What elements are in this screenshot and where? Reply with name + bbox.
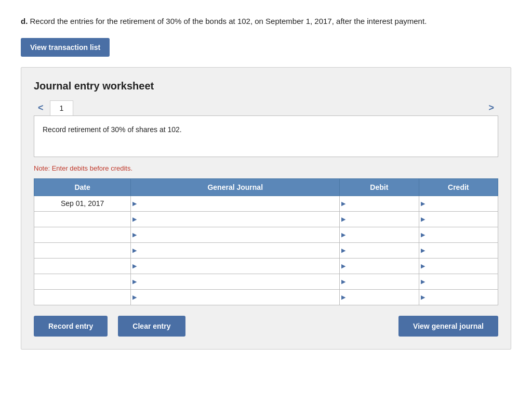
debit-cell[interactable]: ▶ [340, 196, 419, 211]
action-buttons-row: Record entry Clear entry View general jo… [34, 316, 498, 337]
cell-arrow-icon: ▶ [341, 216, 345, 223]
credit-cell[interactable]: ▶ [419, 211, 498, 227]
general-journal-cell[interactable]: ▶ [131, 242, 340, 258]
cell-arrow-icon: ▶ [132, 247, 137, 254]
col-header-debit: Debit [340, 178, 419, 196]
date-cell[interactable] [34, 242, 131, 258]
debit-cell[interactable]: ▶ [340, 289, 419, 305]
view-transaction-list-button[interactable]: View transaction list [21, 38, 110, 57]
table-row: ▶▶▶ [34, 289, 498, 305]
note-text: Note: Enter debits before credits. [34, 164, 498, 172]
credit-cell[interactable]: ▶ [419, 289, 498, 305]
date-cell[interactable] [34, 289, 131, 305]
debit-cell[interactable]: ▶ [340, 211, 419, 227]
worksheet-title: Journal entry worksheet [34, 80, 498, 92]
instruction-label: d. [21, 17, 28, 25]
tab-1[interactable]: 1 [50, 100, 74, 115]
cell-arrow-icon: ▶ [132, 216, 137, 223]
general-journal-cell[interactable]: ▶ [131, 274, 340, 289]
cell-arrow-icon: ▶ [421, 263, 425, 269]
table-row: ▶▶▶ [34, 211, 498, 227]
journal-table: Date General Journal Debit Credit Sep 01… [34, 178, 498, 305]
cell-arrow-icon: ▶ [341, 263, 345, 269]
table-row: ▶▶▶ [34, 258, 498, 274]
tab-navigation: < 1 > [34, 100, 498, 115]
cell-arrow-icon: ▶ [341, 278, 345, 285]
cell-arrow-icon: ▶ [132, 278, 137, 285]
credit-cell[interactable]: ▶ [419, 196, 498, 211]
general-journal-cell[interactable]: ▶ [131, 289, 340, 305]
credit-cell[interactable]: ▶ [419, 242, 498, 258]
date-cell[interactable]: Sep 01, 2017 [34, 196, 131, 211]
view-general-journal-button[interactable]: View general journal [398, 316, 498, 337]
col-header-date: Date [34, 178, 131, 196]
cell-arrow-icon: ▶ [132, 263, 137, 269]
cell-arrow-icon: ▶ [132, 231, 137, 238]
description-text: Record retirement of 30% of shares at 10… [43, 125, 182, 134]
cell-arrow-icon: ▶ [132, 200, 137, 207]
table-row: ▶▶▶ [34, 227, 498, 242]
general-journal-cell[interactable]: ▶ [131, 258, 340, 274]
col-header-general-journal: General Journal [131, 178, 340, 196]
credit-cell[interactable]: ▶ [419, 274, 498, 289]
col-header-credit: Credit [419, 178, 498, 196]
debit-cell[interactable]: ▶ [340, 258, 419, 274]
debit-cell[interactable]: ▶ [340, 227, 419, 242]
cell-arrow-icon: ▶ [421, 294, 425, 301]
credit-cell[interactable]: ▶ [419, 227, 498, 242]
next-arrow[interactable]: > [484, 100, 498, 115]
cell-arrow-icon: ▶ [341, 247, 345, 254]
cell-arrow-icon: ▶ [421, 231, 425, 238]
worksheet-container: Journal entry worksheet < 1 > Record ret… [21, 67, 511, 350]
date-cell[interactable] [34, 258, 131, 274]
cell-arrow-icon: ▶ [421, 247, 425, 254]
debit-cell[interactable]: ▶ [340, 274, 419, 289]
cell-arrow-icon: ▶ [341, 200, 345, 207]
date-cell[interactable] [34, 274, 131, 289]
description-box: Record retirement of 30% of shares at 10… [34, 115, 498, 157]
cell-arrow-icon: ▶ [421, 278, 425, 285]
cell-arrow-icon: ▶ [132, 294, 137, 301]
table-row: ▶▶▶ [34, 242, 498, 258]
cell-arrow-icon: ▶ [421, 200, 425, 207]
record-entry-button[interactable]: Record entry [34, 316, 108, 337]
cell-arrow-icon: ▶ [421, 216, 425, 223]
date-cell[interactable] [34, 211, 131, 227]
instruction-text: d. Record the entries for the retirement… [21, 16, 511, 28]
general-journal-cell[interactable]: ▶ [131, 227, 340, 242]
table-row: ▶▶▶ [34, 274, 498, 289]
cell-arrow-icon: ▶ [341, 231, 345, 238]
debit-cell[interactable]: ▶ [340, 242, 419, 258]
table-row: Sep 01, 2017▶▶▶ [34, 196, 498, 211]
credit-cell[interactable]: ▶ [419, 258, 498, 274]
general-journal-cell[interactable]: ▶ [131, 211, 340, 227]
cell-arrow-icon: ▶ [341, 294, 345, 301]
general-journal-cell[interactable]: ▶ [131, 196, 340, 211]
date-cell[interactable] [34, 227, 131, 242]
prev-arrow[interactable]: < [34, 100, 48, 115]
instruction-body: Record the entries for the retirement of… [30, 17, 427, 25]
clear-entry-button[interactable]: Clear entry [118, 316, 185, 337]
